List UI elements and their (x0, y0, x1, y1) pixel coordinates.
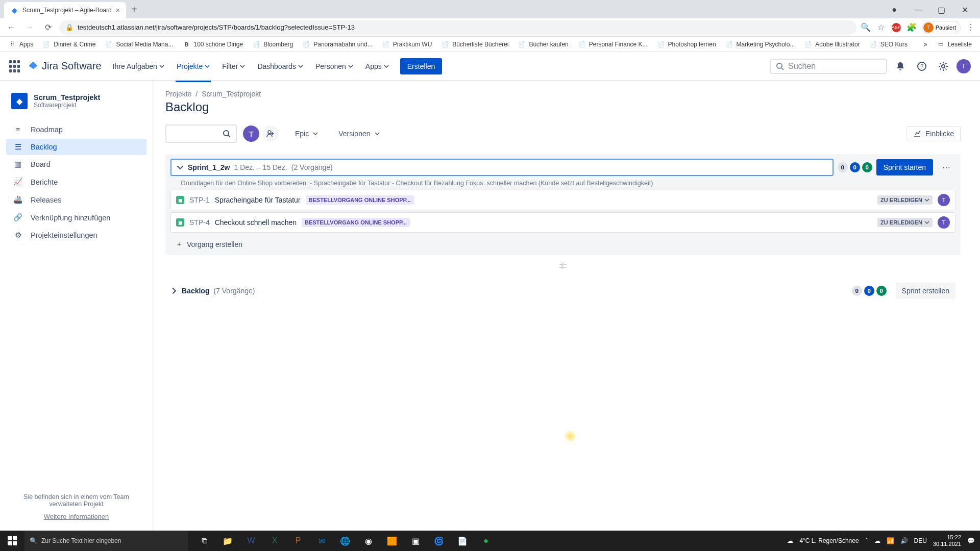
sidebar-item-shortcuts[interactable]: 🔗Verknüpfung hinzufügen (6, 209, 146, 226)
topnav-apps[interactable]: Apps (360, 59, 394, 73)
issue-row[interactable]: ◼ STP-1 Spracheingabe für Tastatur BESTE… (170, 190, 955, 210)
bookmark-item[interactable]: 📄Panoramabahn und... (299, 38, 375, 51)
footer-link[interactable]: Weitere Informationen (6, 513, 146, 520)
onedrive-icon[interactable]: ☁ (874, 537, 880, 544)
weather-text[interactable]: 4°C L. Regen/Schnee (799, 537, 859, 544)
global-search[interactable]: Suchen (770, 59, 887, 74)
sidebar-item-reports[interactable]: 📈Berichte (6, 173, 146, 190)
breadcrumb-item[interactable]: Scrum_Testprojekt (202, 90, 261, 98)
resize-grip-icon[interactable] (165, 260, 961, 280)
status-dropdown[interactable]: ZU ERLEDIGEN (877, 218, 933, 227)
browser-profile-chip[interactable]: T Pausiert (922, 21, 961, 34)
excel-icon[interactable]: X (263, 531, 286, 551)
bookmark-overflow[interactable]: » (921, 39, 930, 50)
bookmark-item[interactable]: 📄Bücherliste Bücherei (438, 38, 511, 51)
sidebar-item-roadmap[interactable]: ≡Roadmap (6, 121, 146, 138)
bookmark-item[interactable]: 📄Praktikum WU (379, 38, 435, 51)
bookmark-item[interactable]: 📄SEO Kurs (866, 38, 911, 51)
sprint-title-box[interactable]: Sprint_1_2w 1 Dez. – 15 Dez. (2 Vorgänge… (170, 159, 834, 176)
url-field[interactable]: 🔒 testdeutsch1.atlassian.net/jira/softwa… (59, 20, 856, 35)
bookmark-star-icon[interactable]: ☆ (876, 22, 886, 33)
sidebar-item-releases[interactable]: 🚢Releases (6, 191, 146, 208)
insights-button[interactable]: Einblicke (906, 126, 961, 141)
obs-icon[interactable]: ◉ (357, 531, 380, 551)
topnav-filters[interactable]: Filter (217, 59, 250, 73)
sidebar-item-backlog[interactable]: ☰Backlog (6, 139, 146, 155)
spotify-icon[interactable]: ● (475, 531, 497, 551)
taskbar-search[interactable]: 🔍 Zur Suche Text hier eingeben (24, 531, 188, 551)
start-sprint-button[interactable]: Sprint starten (876, 159, 933, 176)
reload-icon[interactable]: ⟳ (41, 20, 55, 35)
start-button[interactable] (0, 531, 24, 551)
chrome-icon[interactable]: 🌐 (334, 531, 356, 551)
weather-icon[interactable]: ☁ (787, 537, 793, 544)
chevron-right-icon[interactable] (170, 287, 178, 294)
create-button[interactable]: Erstellen (400, 58, 442, 74)
word-icon[interactable]: W (240, 531, 262, 551)
create-issue-button[interactable]: ＋ Vorgang erstellen (170, 235, 955, 254)
settings-icon[interactable] (935, 58, 951, 74)
adblock-icon[interactable]: ABP (891, 22, 901, 33)
kebab-menu-icon[interactable]: ⋮ (966, 22, 976, 33)
topnav-your-work[interactable]: Ihre Aufgaben (108, 59, 169, 73)
bookmark-item[interactable]: 📄Bloomberg (249, 38, 296, 51)
close-window-icon[interactable]: ✕ (953, 2, 976, 17)
app-icon[interactable]: ▣ (404, 531, 427, 551)
add-people-button[interactable] (261, 124, 280, 143)
close-tab-icon[interactable]: × (116, 6, 120, 14)
wifi-icon[interactable]: 📶 (887, 537, 894, 544)
create-sprint-button[interactable]: Sprint erstellen (896, 283, 955, 299)
breadcrumb-item[interactable]: Projekte (165, 90, 191, 98)
volume-icon[interactable]: 🔊 (900, 537, 908, 544)
notepad-icon[interactable]: 📄 (451, 531, 474, 551)
project-header[interactable]: ◆ Scrum_Testprojekt Softwareprojekt (6, 91, 146, 118)
jira-logo[interactable]: Jira Software (28, 60, 102, 72)
bookmark-item[interactable]: 📄Bücher kaufen (514, 38, 571, 51)
assignee-avatar[interactable]: T (938, 216, 950, 229)
sprint-more-button[interactable]: ⋯ (937, 158, 955, 177)
status-dropdown[interactable]: ZU ERLEDIGEN (877, 195, 933, 205)
mail-icon[interactable]: ✉ (310, 531, 333, 551)
bookmark-item[interactable]: 📄Marketing Psycholo... (722, 38, 798, 51)
bookmark-item[interactable]: B100 schöne Dinge (179, 38, 246, 51)
epic-lozenge[interactable]: BESTELLVORGANG ONLINE SHOPP... (306, 195, 414, 205)
sidebar-item-settings[interactable]: ⚙Projekteinstellungen (6, 227, 146, 243)
forward-icon[interactable]: → (22, 20, 37, 35)
topnav-people[interactable]: Personen (310, 59, 358, 73)
board-search-input[interactable] (165, 124, 237, 143)
bookmark-item[interactable]: 📄Dinner & Crime (39, 38, 99, 51)
edge-icon[interactable]: 🌀 (428, 531, 450, 551)
sidebar-item-board[interactable]: ▥Board (6, 156, 146, 172)
tray-chevron-icon[interactable]: ˄ (865, 537, 868, 544)
chevron-down-icon[interactable] (177, 164, 184, 171)
notifications-icon[interactable]: 💬 (967, 537, 975, 544)
assignee-avatar[interactable]: T (938, 194, 950, 206)
notifications-icon[interactable] (892, 58, 909, 74)
browser-tab[interactable]: ◆ Scrum_Testprojekt – Agile-Board × (4, 2, 126, 18)
maximize-icon[interactable]: ▢ (930, 2, 952, 17)
topnav-dashboards[interactable]: Dashboards (252, 59, 308, 73)
epic-filter[interactable]: Epic (290, 126, 323, 142)
app-icon[interactable]: 🟧 (381, 531, 403, 551)
new-tab-button[interactable]: + (126, 1, 142, 18)
zoom-icon[interactable]: 🔍 (861, 22, 871, 33)
versions-filter[interactable]: Versionen (333, 126, 384, 142)
back-icon[interactable]: ← (4, 20, 18, 35)
topnav-projects[interactable]: Projekte (172, 59, 215, 73)
issue-row[interactable]: ◼ STP-4 Checkout schnell machen BESTELLV… (170, 212, 955, 233)
app-switcher-icon[interactable] (9, 60, 21, 72)
bookmark-item[interactable]: 📄Photoshop lernen (654, 38, 719, 51)
user-avatar[interactable]: T (957, 59, 971, 73)
bookmark-item[interactable]: 📄Personal Finance K... (575, 38, 651, 51)
apps-bookmark[interactable]: ⠿Apps (5, 38, 36, 51)
reading-list-button[interactable]: ▭Leseliste (934, 38, 975, 51)
language-indicator[interactable]: DEU (914, 537, 927, 544)
chrome-account-dot-icon[interactable]: ● (883, 2, 905, 17)
help-icon[interactable]: ? (914, 58, 930, 74)
taskview-icon[interactable]: ⧉ (193, 531, 215, 551)
assignee-avatar[interactable]: T (242, 124, 260, 143)
bookmark-item[interactable]: 📄Social Media Mana... (102, 38, 176, 51)
minimize-icon[interactable]: — (906, 2, 929, 17)
backlog-title[interactable]: Backlog (182, 287, 209, 295)
explorer-icon[interactable]: 📁 (216, 531, 239, 551)
